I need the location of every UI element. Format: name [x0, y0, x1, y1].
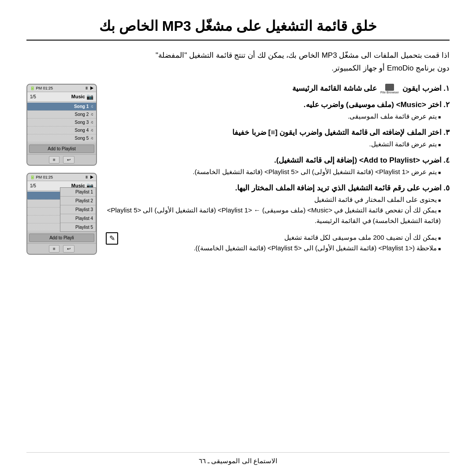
step-4: ٤. اضرب <Add to Playlist> (إضافة إلى قائ… [106, 156, 450, 177]
player-2: ⏸ 01:25 PM 🔋 📷 Music 1/5 [26, 173, 97, 255]
content-area: ١. اضرب ايقون File Browser على شاشة القا… [26, 84, 450, 255]
player-2-header: ⏸ 01:25 PM 🔋 [27, 174, 96, 181]
note-box: يمكن لك أن تضيف 200 ملف موسيقى لكل قائمة… [106, 232, 450, 253]
step-5-sub2: يمكن لك أن تفحص قائمة التشغيل في <Music>… [106, 205, 441, 226]
page-title: خلق قائمة التشغيل على مشغّل MP3 الخاص بك [26, 18, 450, 41]
pause-bars-2: ⏸ [85, 175, 89, 179]
steps-column: ١. اضرب ايقون File Browser على شاشة القا… [106, 84, 450, 253]
note-icon: ✎ [106, 232, 118, 245]
playlist-1[interactable]: Playlist 1 [60, 188, 96, 197]
song-1-4-label: Song 4 [75, 128, 89, 133]
step-1: ١. اضرب ايقون File Browser على شاشة القا… [106, 84, 450, 94]
playlist-3[interactable]: Playlist 3 [60, 205, 96, 214]
step-2: ٢. اختر <Music> (ملف موسيقى) واضرب عليه.… [106, 100, 450, 122]
file-browser-icon: File Browser [380, 84, 399, 94]
player-1-time: 01:25 PM 🔋 [30, 86, 53, 90]
menu-btn-1[interactable]: ≡ [49, 156, 60, 164]
battery-2: 🔋 [30, 175, 35, 179]
camera-icon-1: 📷 [86, 93, 93, 100]
playlist-4[interactable]: Playlist 4 [60, 214, 96, 223]
step-4-header: ٤. اضرب <Add to Playlist> (إضافة إلى قائ… [106, 156, 450, 165]
note-icon-2: ♫ [90, 112, 93, 116]
player-1-header: ⏸ 01:25 PM 🔋 [27, 85, 96, 92]
note-icon-4: ♫ [90, 128, 93, 132]
player-2-count: 1/5 [30, 183, 36, 188]
battery-1: 🔋 [30, 86, 35, 90]
song-1-5-label: Song 5 [75, 136, 89, 141]
step-2-sub: يتم عرض قائمة ملف الموسيقى. [106, 111, 441, 122]
note-icon-5: ♫ [90, 136, 93, 140]
step-3-sub: يتم عرض قائمة التشغيل. [106, 139, 441, 149]
step-3: ٣. اختر الملف لإضافته الى قائمة التشغيل … [106, 128, 450, 149]
intro-text: اذا قمت بتحميل الملفات الى مشغّل MP3 الخ… [26, 49, 450, 75]
step-5: ٥. اضرب على رقم قائمة التشغيل الذي تريد … [106, 183, 450, 226]
step-4-sub: يتم عرض <Playlist 1> (قائمة التشغيل الأو… [106, 167, 441, 177]
play-icon [90, 86, 93, 90]
player-1-title-bar: 📷 Music 1/5 [27, 92, 96, 102]
step-3-header: ٣. اختر الملف لإضافته الى قائمة التشغيل … [106, 128, 450, 137]
song-item-1-2[interactable]: ♫ Song 2 [27, 111, 96, 119]
player-2-bottom: ↩ ≡ [27, 243, 96, 254]
intro-line2: دون برنامج EmoDio أو جهاز الكمبيوتر. [26, 62, 450, 75]
playlist-popup: Playlist 1 Playlist 2 Playlist 3 Playlis… [60, 187, 96, 232]
pause-bars: ⏸ [85, 86, 89, 90]
player-1-count: 1/5 [30, 94, 36, 99]
song-item-1-4[interactable]: ♫ Song 4 [27, 126, 96, 134]
note-text: يمكن لك أن تضيف 200 ملف موسيقى لكل قائمة… [123, 232, 441, 243]
back-btn-2[interactable]: ↩ [63, 245, 74, 253]
step-5-sub1: يحتوى على الملف المختار في قائمة التشغيل [106, 194, 441, 205]
note-text2: ملاحظة (<Playlist 1> (قائمة التشغيل الأو… [123, 243, 441, 253]
players-column: ⏸ 01:25 PM 🔋 📷 Music 1/5 ♫ [26, 84, 97, 255]
back-btn-1[interactable]: ↩ [63, 156, 74, 164]
note-icon-3: ♫ [90, 120, 93, 124]
add-to-playlist-btn-2[interactable]: Add to Playli [29, 234, 94, 242]
note-icon-1: ♫ [90, 104, 93, 108]
song-item-1-1[interactable]: ♫ Song 1 [27, 103, 96, 111]
player-1-songs: ♫ Song 1 ♫ Song 2 ♫ Song 3 ♫ Song 4 [27, 102, 96, 143]
song-1-2-label: Song 2 [75, 112, 89, 117]
player-1-bottom: ↩ ≡ [27, 154, 96, 165]
menu-btn-2[interactable]: ≡ [49, 245, 60, 253]
page-footer: الاستماع الى الموسيقى ـ ٦٦ [26, 452, 450, 465]
player-1-title: Music [71, 94, 85, 99]
player-1: ⏸ 01:25 PM 🔋 📷 Music 1/5 ♫ [26, 84, 97, 166]
intro-line1: اذا قمت بتحميل الملفات الى مشغّل MP3 الخ… [26, 49, 450, 62]
song-1-1-label: Song 1 [74, 104, 89, 109]
player-2-time: 01:25 PM 🔋 [30, 175, 53, 179]
play-icon-2 [90, 175, 93, 179]
song-item-1-3[interactable]: ♫ Song 3 [27, 119, 96, 126]
player-2-wrapper: ⏸ 01:25 PM 🔋 📷 Music 1/5 [26, 173, 97, 255]
step-1-header: ١. اضرب ايقون File Browser على شاشة القا… [106, 84, 450, 94]
step-5-header: ٥. اضرب على رقم قائمة التشغيل الذي تريد … [106, 183, 450, 193]
add-to-playlist-btn-1[interactable]: Add to Playlist [29, 145, 94, 153]
step-2-header: ٢. اختر <Music> (ملف موسيقى) واضرب عليه. [106, 100, 450, 109]
playlist-2[interactable]: Playlist 2 [60, 197, 96, 205]
page-container: خلق قائمة التشغيل على مشغّل MP3 الخاص بك… [0, 0, 476, 476]
playlist-5[interactable]: Playlist 5 [60, 223, 96, 231]
song-1-3-label: Song 3 [75, 120, 89, 125]
song-item-1-5[interactable]: ♫ Song 5 [27, 134, 96, 142]
footer-text: الاستماع الى الموسيقى ـ ٦٦ [199, 457, 277, 465]
